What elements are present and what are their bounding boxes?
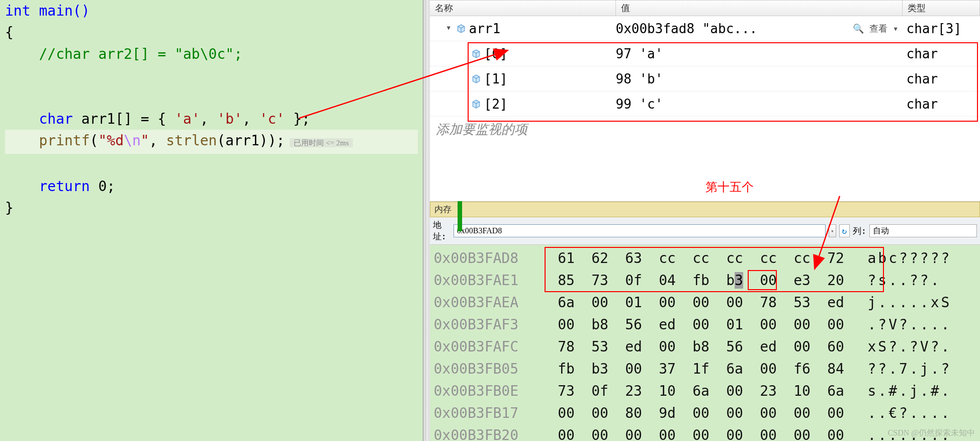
fn-strlen: strlen: [166, 132, 217, 149]
vertical-splitter[interactable]: [423, 0, 430, 441]
variable-icon: [471, 99, 481, 109]
memory-row[interactable]: 0x00B3FAE185730f04fbb300e320?s..??.: [434, 269, 976, 291]
memory-row[interactable]: 0x00B3FAEA6a00010000007853edj.....xS: [434, 291, 976, 313]
memory-byte: 10: [785, 383, 819, 399]
watch-row[interactable]: [2]99 'c'char: [430, 92, 981, 117]
watch-row[interactable]: [1]98 'b'char: [430, 66, 981, 92]
memory-ascii: s.#.j.#.: [868, 383, 952, 399]
memory-byte: b8: [583, 316, 617, 333]
watch-var-name: arr1: [469, 21, 501, 36]
decl-mid: arr1[] = {: [73, 111, 174, 127]
memory-byte: 01: [718, 316, 752, 333]
memory-byte: 00: [718, 405, 752, 421]
watch-body[interactable]: ▲arr10x00b3fad8 "abc...🔍 查看 ▾char[3][0]9…: [430, 16, 981, 201]
memory-byte: 73: [583, 272, 617, 289]
memory-address: 0x00B3FB0E: [434, 383, 550, 399]
memory-address: 0x00B3FAE1: [434, 272, 550, 289]
watch-var-value: 0x00b3fad8 "abc...: [616, 21, 758, 36]
watch-col-name[interactable]: 名称: [430, 1, 616, 16]
memory-row[interactable]: 0x00B3FB05fbb300371f6a00f684??.7.j.?: [434, 358, 976, 380]
memory-byte: 85: [550, 272, 583, 289]
memory-ascii: abc?????: [868, 250, 952, 267]
gutter-green-marker: [458, 201, 462, 231]
memory-byte: b8: [684, 338, 718, 355]
memory-ascii: j.....xS: [868, 294, 952, 311]
memory-byte: f6: [785, 361, 819, 377]
memory-byte: b3: [718, 272, 752, 289]
memory-byte: cc: [752, 250, 785, 267]
memory-row[interactable]: 0x00B3FB0E730f23106a0023106as.#.j.#.: [434, 380, 976, 402]
lit-c: 'c': [259, 111, 285, 127]
memory-row[interactable]: 0x00B3FAFC7853ed00b856ed0060xS?.?V?.: [434, 335, 976, 358]
pad2: [5, 132, 39, 149]
memory-byte: 72: [819, 250, 853, 267]
memory-byte: 63: [617, 250, 651, 267]
memory-address: 0x00B3FB05: [434, 361, 550, 377]
memory-columns-select[interactable]: [869, 224, 977, 237]
memory-byte: 61: [550, 250, 583, 267]
memory-row[interactable]: 0x00B3FB170000809d0000000000..€?....: [434, 402, 976, 424]
memory-address: 0x00B3FAF3: [434, 316, 550, 333]
memory-address-input[interactable]: [454, 224, 826, 237]
code-kw: int main(): [5, 3, 90, 19]
code-area[interactable]: int main() { //char arr2[] = "ab\0c"; ch…: [0, 0, 423, 219]
time-hint: 已用时间 <= 2ms: [290, 138, 352, 147]
memory-row[interactable]: 0x00B3FAF300b856ed0001000000.?V?....: [434, 313, 976, 335]
memory-byte: 10: [651, 383, 684, 399]
memory-byte: 23: [617, 383, 651, 399]
memory-byte: cc: [684, 250, 718, 267]
memory-byte: 00: [651, 427, 684, 442]
watch-row[interactable]: ▲arr10x00b3fad8 "abc...🔍 查看 ▾char[3]: [430, 16, 981, 41]
memory-address: 0x00B3FB17: [434, 405, 550, 421]
memory-address: 0x00B3FAFC: [434, 338, 550, 355]
watch-row[interactable]: [0]97 'a'char: [430, 41, 981, 66]
memory-address: 0x00B3FAEA: [434, 294, 550, 311]
watch-col-value[interactable]: 值: [616, 1, 903, 16]
memory-body[interactable]: 0x00B3FAD8616263cccccccccc72abc?????0x00…: [430, 245, 981, 441]
mem-addr-dropdown[interactable]: ▾: [829, 224, 836, 237]
watch-var-value: 98 'b': [616, 71, 663, 86]
memory-byte: 56: [718, 338, 752, 355]
code-editor-pane[interactable]: int main() { //char arr2[] = "ab\0c"; ch…: [0, 0, 423, 441]
view-button[interactable]: 🔍 查看 ▾: [853, 23, 903, 35]
memory-byte: 73: [550, 383, 583, 399]
watermark: CSDN @仍然探索未知中: [888, 428, 975, 438]
memory-byte: 20: [819, 272, 853, 289]
memory-byte: 9d: [651, 405, 684, 421]
memory-byte: fb: [684, 272, 718, 289]
memory-byte: cc: [651, 250, 684, 267]
memory-byte: 56: [617, 316, 651, 333]
memory-byte: 01: [617, 294, 651, 311]
memory-byte: 53: [785, 294, 819, 311]
memory-byte: 78: [752, 294, 785, 311]
memory-byte: 00: [651, 338, 684, 355]
memory-byte: fb: [550, 361, 583, 377]
memory-byte: ed: [651, 316, 684, 333]
memory-address-bar: 地址: ▾ ↻ 列:: [430, 217, 981, 245]
memory-byte: 0f: [617, 272, 651, 289]
pad3: [5, 178, 39, 195]
memory-byte: 00: [752, 361, 785, 377]
memory-row[interactable]: 0x00B3FAD8616263cccccccccc72abc?????: [434, 247, 976, 269]
ret-val: 0;: [90, 178, 116, 195]
memory-byte: 00: [617, 427, 651, 442]
variable-icon: [471, 74, 481, 84]
variable-icon: [456, 24, 466, 34]
memory-byte: b3: [583, 361, 617, 377]
memory-byte: 37: [651, 361, 684, 377]
memory-refresh-button[interactable]: ↻: [839, 224, 850, 237]
memory-title[interactable]: 内存 1: [430, 202, 981, 217]
memory-byte: 00: [550, 316, 583, 333]
memory-byte: 00: [718, 383, 752, 399]
watch-add-prompt[interactable]: 添加要监视的项: [430, 117, 981, 142]
memory-byte: 00: [550, 405, 583, 421]
memory-byte: 00: [785, 316, 819, 333]
memory-byte: 62: [583, 250, 617, 267]
expander-icon[interactable]: ▲: [445, 25, 452, 32]
watch-col-type[interactable]: 类型: [903, 1, 981, 16]
watch-var-value: 99 'c': [616, 97, 663, 112]
kw-return: return: [39, 178, 90, 195]
lit-b: 'b': [217, 111, 242, 127]
memory-address: 0x00B3FB20: [434, 427, 550, 442]
memory-byte: 6a: [550, 294, 583, 311]
